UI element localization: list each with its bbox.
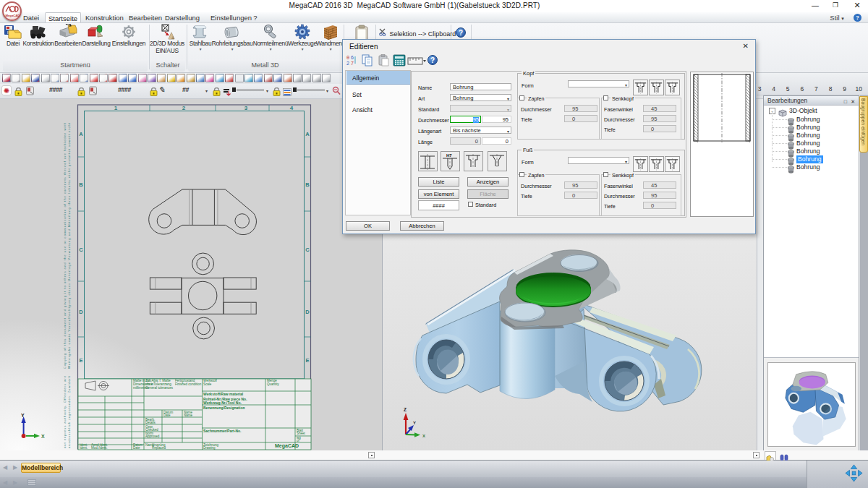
svg-text:0: 0 bbox=[346, 55, 349, 61]
svg-text:Weitergabe sowie Vervielfaelti: Weitergabe sowie Vervielfaeltigung diese… bbox=[67, 122, 71, 369]
svg-text:A: A bbox=[305, 131, 310, 137]
svg-text:3: 3 bbox=[244, 105, 248, 111]
svg-text:Z: Z bbox=[404, 407, 407, 412]
svg-text:out express authority. Offende: out express authority. Offenders are bbox=[63, 375, 67, 448]
svg-text:2: 2 bbox=[346, 61, 349, 66]
svg-text:C: C bbox=[305, 247, 310, 253]
svg-text:MegaCAD: MegaCAD bbox=[6, 14, 20, 17]
svg-text:B: B bbox=[305, 181, 310, 188]
svg-text:A: A bbox=[79, 131, 83, 137]
svg-text:E: E bbox=[305, 357, 309, 364]
svg-text:E: E bbox=[79, 357, 82, 364]
svg-text:C: C bbox=[79, 247, 83, 253]
svg-text:1: 1 bbox=[114, 105, 118, 111]
svg-text:4: 4 bbox=[290, 105, 294, 111]
svg-text:ausdruecklich zugestanden. Zuw: ausdruecklich zugestanden. Zuwiderh bbox=[67, 375, 71, 448]
svg-text:B: B bbox=[79, 181, 83, 188]
svg-text:7: 7 bbox=[351, 61, 354, 66]
svg-text:D: D bbox=[79, 309, 83, 315]
svg-text:2: 2 bbox=[182, 105, 186, 111]
svg-text:X: X bbox=[422, 434, 425, 438]
svg-text:6: 6 bbox=[351, 55, 354, 60]
svg-text:Copying of this document and g: Copying of this document and giving it t… bbox=[63, 122, 67, 369]
svg-text:D: D bbox=[305, 309, 310, 315]
svg-text:H7: H7 bbox=[446, 153, 452, 158]
svg-text:Y: Y bbox=[413, 421, 416, 425]
